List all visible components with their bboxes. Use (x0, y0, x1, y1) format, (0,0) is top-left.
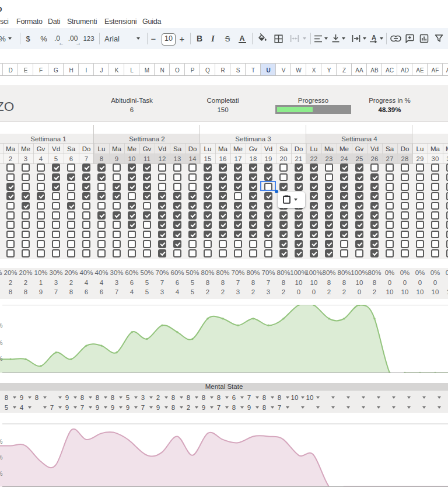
svg-text:25%: 25% (0, 322, 3, 329)
svg-text:A: A (372, 34, 376, 41)
svg-text:25%: 25% (0, 356, 3, 362)
svg-text:25%: 25% (0, 340, 3, 346)
svg-text:25%: 25% (0, 471, 3, 477)
svg-text:25%: 25% (0, 438, 3, 445)
svg-text:25%: 25% (0, 454, 3, 461)
